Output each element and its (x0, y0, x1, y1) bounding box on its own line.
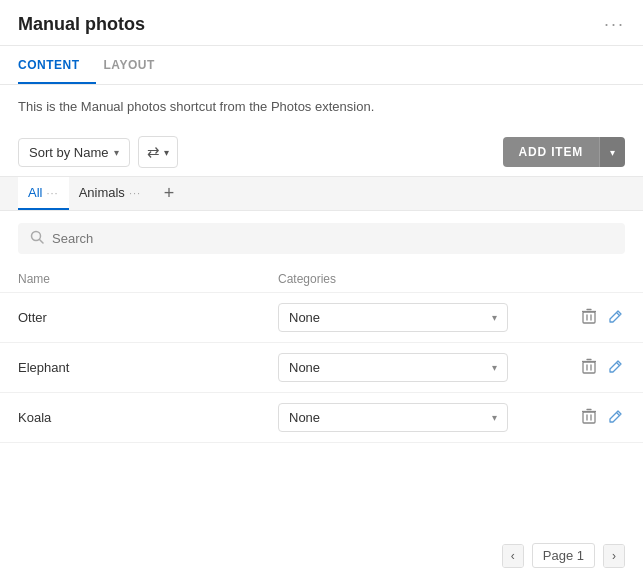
table-header: Name Categories (0, 266, 643, 293)
pagination: ‹ Page 1 › (484, 531, 643, 580)
category-select-1[interactable]: None ▾ (278, 353, 508, 382)
order-icon: ⇄ (147, 143, 160, 161)
prev-page-button[interactable]: ‹ (503, 545, 523, 567)
tab-layout[interactable]: LAYOUT (104, 46, 171, 84)
cat-tab-all-label: All (28, 185, 42, 200)
row-categories-2: None ▾ (278, 403, 560, 432)
sort-dropdown[interactable]: Sort by Name ▾ (18, 138, 130, 167)
table-body: Otter None ▾ (0, 293, 643, 443)
header: Manual photos ··· (0, 0, 643, 46)
cat-tab-animals-label: Animals (79, 185, 125, 200)
row-actions-1 (580, 356, 625, 379)
table-row: Koala None ▾ (0, 393, 643, 443)
next-page-button[interactable]: › (604, 545, 624, 567)
delete-button-0[interactable] (580, 306, 598, 329)
page-indicator: Page 1 (532, 543, 595, 568)
svg-rect-8 (583, 362, 595, 373)
col-header-name: Name (18, 272, 278, 286)
tabs-bar: CONTENT LAYOUT (0, 46, 643, 85)
row-actions-2 (580, 406, 625, 429)
search-bar (18, 223, 625, 254)
svg-rect-14 (583, 412, 595, 423)
svg-rect-2 (583, 312, 595, 323)
edit-button-0[interactable] (606, 307, 625, 329)
order-button[interactable]: ⇄ ▾ (138, 136, 178, 168)
add-category-button[interactable]: + (155, 180, 183, 208)
row-name-1: Elephant (18, 360, 266, 375)
select-arrow-1: ▾ (492, 362, 497, 373)
cat-tab-animals-dots[interactable]: ··· (129, 187, 141, 199)
page-title: Manual photos (18, 14, 145, 35)
sort-label: Sort by Name (29, 145, 108, 160)
order-arrow: ▾ (164, 147, 169, 158)
page-nav: ‹ (502, 544, 524, 568)
table-row: Elephant None ▾ (0, 343, 643, 393)
edit-button-2[interactable] (606, 407, 625, 429)
row-categories-1: None ▾ (278, 353, 560, 382)
edit-button-1[interactable] (606, 357, 625, 379)
sort-arrow: ▾ (114, 147, 119, 158)
row-name-2: Koala (18, 410, 266, 425)
tab-content[interactable]: CONTENT (18, 46, 96, 84)
category-tab-all[interactable]: All ··· (18, 177, 69, 210)
row-actions-0 (580, 306, 625, 329)
delete-button-1[interactable] (580, 356, 598, 379)
search-input[interactable] (52, 231, 613, 246)
cat-tab-all-dots[interactable]: ··· (46, 187, 58, 199)
col-header-categories: Categories (278, 272, 625, 286)
category-tabs-bar: All ··· Animals ··· + (0, 177, 643, 211)
add-item-main-button[interactable]: ADD ITEM (503, 137, 599, 167)
svg-line-1 (40, 240, 44, 244)
description-text: This is the Manual photos shortcut from … (0, 85, 643, 128)
add-item-button-group: ADD ITEM ▾ (503, 137, 625, 167)
row-categories-0: None ▾ (278, 303, 560, 332)
add-item-caret-button[interactable]: ▾ (599, 137, 625, 167)
search-icon (30, 230, 44, 247)
more-options-icon[interactable]: ··· (604, 14, 625, 35)
category-select-2[interactable]: None ▾ (278, 403, 508, 432)
category-tab-animals[interactable]: Animals ··· (69, 177, 151, 210)
page-nav-next: › (603, 544, 625, 568)
row-name-0: Otter (18, 310, 266, 325)
select-arrow-2: ▾ (492, 412, 497, 423)
category-select-0[interactable]: None ▾ (278, 303, 508, 332)
toolbar: Sort by Name ▾ ⇄ ▾ ADD ITEM ▾ (0, 128, 643, 177)
delete-button-2[interactable] (580, 406, 598, 429)
select-arrow-0: ▾ (492, 312, 497, 323)
table-row: Otter None ▾ (0, 293, 643, 343)
